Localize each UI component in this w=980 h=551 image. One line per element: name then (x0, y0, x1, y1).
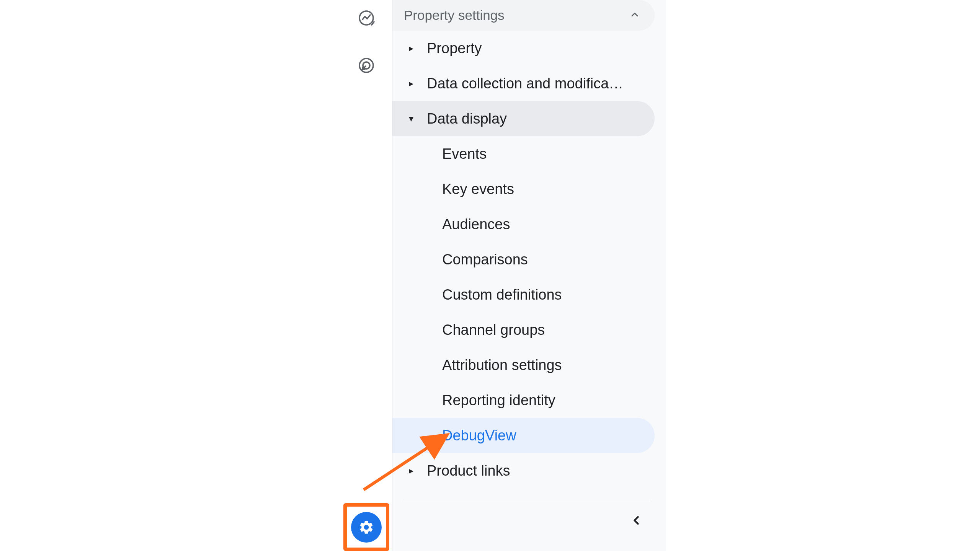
nav-item-label: Property (427, 40, 482, 57)
property-settings-header[interactable]: Property settings (392, 0, 655, 31)
sub-item-label: Key events (442, 181, 514, 197)
nav-item-label: Product links (427, 463, 510, 479)
section-header-label: Property settings (404, 8, 505, 23)
nav-item-data-display[interactable]: ▾ Data display (392, 101, 655, 136)
nav-item-data-collection[interactable]: ▸ Data collection and modification (392, 66, 655, 101)
admin-gear-button[interactable] (351, 512, 382, 543)
sub-item-label: DebugView (442, 427, 516, 444)
nav-item-product-links[interactable]: ▸ Product links (392, 453, 655, 488)
admin-gear-highlight-box (343, 503, 389, 551)
sub-item-label: Events (442, 146, 487, 162)
explore-icon[interactable] (356, 8, 377, 28)
sub-item-label: Comparisons (442, 251, 528, 268)
nav-item-label: Data collection and modification (427, 75, 626, 92)
chevron-left-icon (629, 514, 643, 527)
icon-rail (341, 0, 392, 551)
sub-item-key-events[interactable]: Key events (392, 171, 655, 207)
sub-item-reporting-identity[interactable]: Reporting identity (392, 383, 655, 418)
sub-item-debugview[interactable]: DebugView (392, 418, 655, 453)
collapse-panel-button[interactable] (392, 500, 666, 527)
admin-sidebar-panel: Property settings ▸ Property ▸ Data coll… (341, 0, 666, 551)
sub-item-channel-groups[interactable]: Channel groups (392, 312, 655, 347)
chevron-up-icon (629, 8, 640, 23)
sub-item-custom-definitions[interactable]: Custom definitions (392, 277, 655, 312)
sub-item-label: Reporting identity (442, 392, 555, 409)
sub-item-label: Channel groups (442, 322, 545, 338)
sub-item-label: Custom definitions (442, 287, 562, 303)
settings-nav-panel: Property settings ▸ Property ▸ Data coll… (392, 0, 666, 551)
sub-item-label: Audiences (442, 216, 510, 233)
sub-item-attribution-settings[interactable]: Attribution settings (392, 347, 655, 383)
advertising-icon[interactable] (356, 55, 377, 76)
arrow-right-icon: ▸ (404, 78, 418, 89)
arrow-right-icon: ▸ (404, 43, 418, 54)
sub-item-label: Attribution settings (442, 357, 562, 373)
nav-item-label: Data display (427, 111, 507, 127)
sub-item-events[interactable]: Events (392, 136, 655, 171)
sub-item-comparisons[interactable]: Comparisons (392, 242, 655, 277)
sub-item-audiences[interactable]: Audiences (392, 207, 655, 242)
nav-item-property[interactable]: ▸ Property (392, 31, 655, 66)
arrow-down-icon: ▾ (404, 113, 418, 124)
arrow-right-icon: ▸ (404, 465, 418, 476)
